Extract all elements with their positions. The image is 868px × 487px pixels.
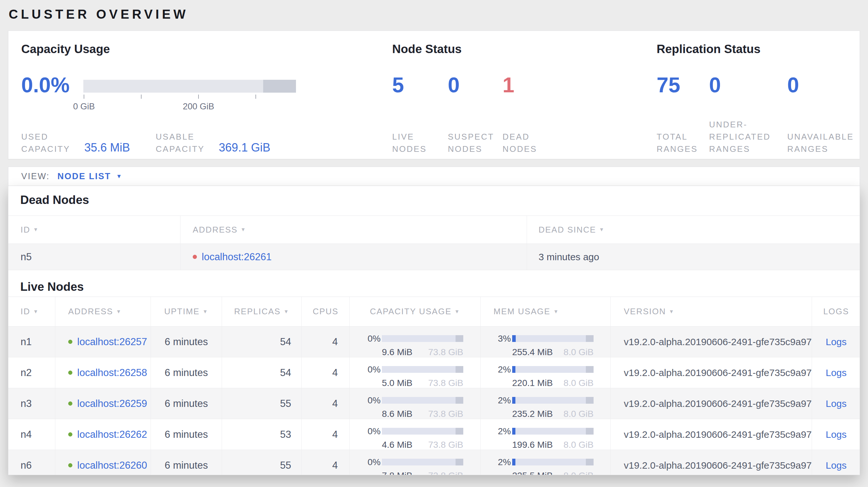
unavailable-ranges-stat: 0 UNAVAILABLE RANGES (787, 72, 854, 155)
live-node-row: n4 localhost:26262 6 minutes 53 4 0% (8, 419, 860, 450)
live-node-version: v19.2.0-alpha.20190606-2491-gfe735c9a97 (611, 388, 812, 419)
live-node-logs-cell: Logs (812, 419, 860, 450)
live-node-address-link[interactable]: localhost:26262 (77, 429, 147, 441)
column-header-address[interactable]: ADDRESS▼ (55, 297, 151, 326)
column-header-mem-usage[interactable]: MEM USAGE▼ (480, 297, 611, 326)
capacity-percent: 0.0% (21, 72, 83, 98)
column-header-version[interactable]: VERSION▼ (611, 297, 812, 326)
live-node-capacity-usage: 0% 5.0 MiB 73.8 GiB (350, 357, 480, 388)
column-header-id[interactable]: ID▼ (8, 297, 55, 326)
live-node-address-link[interactable]: localhost:26260 (77, 460, 147, 471)
axis-tick: 200 GiB (198, 95, 199, 99)
axis-tick (255, 95, 256, 99)
live-node-uptime: 6 minutes (151, 419, 222, 450)
unavailable-ranges-label: UNAVAILABLE RANGES (787, 118, 854, 155)
view-dropdown[interactable]: NODE LIST (58, 171, 111, 182)
live-node-version: v19.2.0-alpha.20190606-2491-gfe735c9a97 (611, 326, 812, 357)
live-node-replicas: 54 (222, 326, 302, 357)
view-label: VIEW: (21, 171, 50, 182)
live-node-id: n3 (8, 388, 55, 419)
usable-capacity-stat: USABLE CAPACITY 369.1 GiB (156, 118, 270, 155)
dead-nodes-heading: Dead Nodes (8, 186, 860, 207)
column-header-address[interactable]: ADDRESS▼ (181, 216, 527, 244)
sort-desc-icon: ▼ (116, 309, 122, 315)
used-capacity-value: 35.6 MiB (84, 141, 130, 154)
live-node-cpus: 4 (302, 419, 350, 450)
sort-desc-icon: ▼ (241, 227, 246, 233)
sort-desc-icon: ▼ (599, 227, 605, 233)
replication-status-section: Replication Status 75 TOTAL RANGES 0 UND… (657, 31, 856, 159)
live-node-id: n6 (8, 450, 55, 475)
dead-node-address-link[interactable]: localhost:26261 (202, 251, 272, 263)
live-status-dot-icon (68, 340, 72, 344)
live-node-replicas: 54 (222, 357, 302, 388)
axis-tick: 0 GiB (84, 95, 84, 99)
live-node-replicas: 53 (222, 419, 302, 450)
cluster-overview-page: CLUSTER OVERVIEW Capacity Usage 0.0% 0 G… (0, 6, 868, 475)
live-node-capacity-usage: 0% 4.6 MiB 73.8 GiB (350, 419, 480, 450)
live-status-dot-icon (68, 463, 72, 467)
sort-desc-icon: ▼ (669, 309, 675, 315)
logs-link[interactable]: Logs (826, 460, 846, 471)
live-node-replicas: 55 (222, 450, 302, 475)
logs-link[interactable]: Logs (826, 429, 846, 440)
column-header-capacity-usage[interactable]: CAPACITY USAGE▼ (350, 297, 480, 326)
column-header-uptime[interactable]: UPTIME▼ (151, 297, 222, 326)
dead-node-row: n5 localhost:26261 3 minutes ago (8, 244, 860, 270)
logs-link[interactable]: Logs (826, 367, 846, 378)
live-node-capacity-usage: 0% 9.6 MiB 73.8 GiB (350, 326, 480, 357)
dead-nodes-label: DEAD NODES (502, 118, 537, 155)
live-node-version: v19.2.0-alpha.20190606-2491-gfe735c9a97 (611, 450, 812, 475)
column-header-dead-since[interactable]: DEAD SINCE▼ (527, 216, 860, 244)
capacity-usage-section: Capacity Usage 0.0% 0 GiB 200 GiB (21, 31, 343, 159)
live-node-address-cell: localhost:26257 (55, 326, 151, 357)
live-node-logs-cell: Logs (812, 388, 860, 419)
chevron-down-icon[interactable]: ▼ (116, 173, 122, 180)
live-node-uptime: 6 minutes (151, 450, 222, 475)
dead-nodes-count: 1 (502, 72, 537, 98)
axis-tick (141, 95, 142, 99)
live-node-address-cell: localhost:26262 (55, 419, 151, 450)
live-node-address-link[interactable]: localhost:26257 (77, 336, 147, 348)
live-node-address-link[interactable]: localhost:26258 (77, 367, 147, 379)
live-node-mem-usage: 2% 220.1 MiB 8.0 GiB (480, 357, 611, 388)
live-node-uptime: 6 minutes (151, 388, 222, 419)
live-node-address-link[interactable]: localhost:26259 (77, 398, 147, 410)
live-node-row: n6 localhost:26260 6 minutes 55 4 0% (8, 450, 860, 475)
total-ranges-stat: 75 TOTAL RANGES (657, 72, 709, 155)
live-nodes-stat: 5 LIVE NODES (392, 72, 448, 155)
logs-link[interactable]: Logs (826, 336, 846, 347)
sort-desc-icon: ▼ (203, 309, 209, 315)
live-node-logs-cell: Logs (812, 357, 860, 388)
sort-desc-icon: ▼ (455, 309, 460, 315)
live-node-capacity-usage: 0% 8.6 MiB 73.8 GiB (350, 388, 480, 419)
node-status-heading: Node Status (392, 42, 462, 56)
view-selector-bar: VIEW: NODE LIST ▼ (8, 167, 860, 186)
live-node-row: n3 localhost:26259 6 minutes 55 4 0% (8, 388, 860, 419)
live-node-mem-usage: 2% 199.6 MiB 8.0 GiB (480, 419, 611, 450)
live-node-uptime: 6 minutes (151, 326, 222, 357)
replication-status-heading: Replication Status (657, 42, 761, 56)
live-nodes-count: 5 (392, 72, 448, 98)
live-node-cpus: 4 (302, 388, 350, 419)
live-node-row: n2 localhost:26258 6 minutes 54 4 0% (8, 357, 860, 388)
live-node-mem-usage: 2% 235.2 MiB 8.0 GiB (480, 388, 611, 419)
column-header-id[interactable]: ID▼ (8, 216, 181, 244)
mem-usage-bar (512, 459, 594, 465)
live-node-mem-usage: 2% 225.5 MiB 8.0 GiB (480, 450, 611, 475)
logs-link[interactable]: Logs (826, 398, 846, 409)
column-header-logs[interactable]: LOGS (812, 297, 860, 326)
mem-usage-bar (512, 428, 594, 434)
column-header-replicas[interactable]: REPLICAS▼ (222, 297, 302, 326)
capacity-usage-bar (382, 428, 463, 434)
live-nodes-table-body: n1 localhost:26257 6 minutes 54 4 0% (8, 326, 860, 475)
capacity-usage-heading: Capacity Usage (21, 42, 110, 56)
suspect-nodes-count: 0 (448, 72, 502, 98)
capacity-bar-secondary-segment (263, 80, 296, 93)
column-header-cpus[interactable]: CPUS (302, 297, 350, 326)
live-nodes-table-header: ID▼ ADDRESS▼ UPTIME▼ REPLICAS▼ CPUS CAPA… (8, 297, 860, 326)
live-nodes-heading: Live Nodes (8, 280, 860, 294)
capacity-usage-bar (382, 459, 463, 465)
live-node-address-cell: localhost:26258 (55, 357, 151, 388)
under-replicated-ranges-stat: 0 UNDER- REPLICATED RANGES (709, 72, 787, 155)
